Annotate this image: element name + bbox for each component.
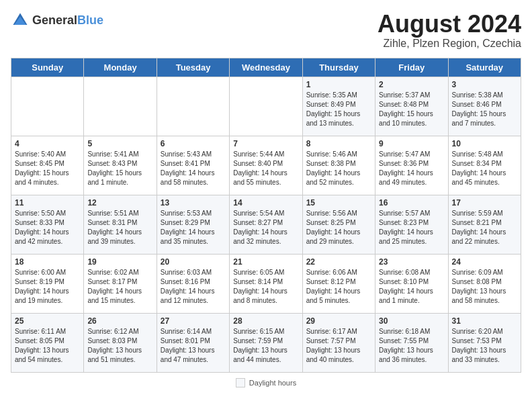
calendar-week-row: 18Sunrise: 6:00 AMSunset: 8:19 PMDayligh… bbox=[11, 254, 521, 313]
day-number: 17 bbox=[452, 198, 517, 208]
day-number: 23 bbox=[379, 257, 444, 267]
day-number: 24 bbox=[452, 257, 517, 267]
day-info: Sunrise: 6:02 AMSunset: 8:17 PMDaylight:… bbox=[87, 268, 152, 306]
day-number: 15 bbox=[306, 198, 371, 208]
day-number: 9 bbox=[379, 139, 444, 148]
calendar-cell: 3Sunrise: 5:38 AMSunset: 8:46 PMDaylight… bbox=[448, 77, 521, 136]
day-number: 8 bbox=[306, 139, 371, 148]
day-info: Sunrise: 6:12 AMSunset: 8:03 PMDaylight:… bbox=[87, 327, 152, 365]
day-number: 4 bbox=[15, 139, 80, 148]
day-number: 5 bbox=[87, 139, 152, 148]
day-info: Sunrise: 6:08 AMSunset: 8:10 PMDaylight:… bbox=[379, 268, 444, 306]
day-number: 30 bbox=[379, 316, 444, 326]
calendar-cell: 23Sunrise: 6:08 AMSunset: 8:10 PMDayligh… bbox=[375, 254, 448, 313]
calendar-cell: 6Sunrise: 5:43 AMSunset: 8:41 PMDaylight… bbox=[157, 136, 229, 195]
daylight-legend-label: Daylight hours bbox=[249, 379, 296, 387]
calendar-cell bbox=[11, 77, 84, 136]
calendar-cell: 14Sunrise: 5:54 AMSunset: 8:27 PMDayligh… bbox=[230, 195, 302, 254]
day-number: 10 bbox=[452, 139, 517, 148]
day-info: Sunrise: 6:06 AMSunset: 8:12 PMDaylight:… bbox=[306, 268, 371, 306]
daylight-legend: Daylight hours bbox=[236, 378, 296, 387]
day-info: Sunrise: 6:14 AMSunset: 8:01 PMDaylight:… bbox=[161, 327, 226, 365]
day-number: 31 bbox=[452, 316, 517, 326]
day-info: Sunrise: 6:11 AMSunset: 8:05 PMDaylight:… bbox=[15, 327, 80, 365]
calendar-cell: 22Sunrise: 6:06 AMSunset: 8:12 PMDayligh… bbox=[302, 254, 375, 313]
calendar-day-header: Monday bbox=[84, 58, 157, 77]
day-number: 18 bbox=[15, 257, 80, 267]
day-info: Sunrise: 5:48 AMSunset: 8:34 PMDaylight:… bbox=[452, 150, 517, 187]
page-header: GeneralBlue August 2024 Zihle, Plzen Reg… bbox=[11, 11, 521, 50]
calendar-cell bbox=[157, 77, 229, 136]
month-year-title: August 2024 bbox=[378, 11, 521, 38]
calendar-cell: 7Sunrise: 5:44 AMSunset: 8:40 PMDaylight… bbox=[230, 136, 302, 195]
day-info: Sunrise: 5:35 AMSunset: 8:49 PMDaylight:… bbox=[306, 91, 371, 128]
daylight-legend-box bbox=[236, 378, 245, 387]
day-number: 1 bbox=[306, 80, 371, 89]
logo: GeneralBlue bbox=[11, 11, 103, 30]
title-block: August 2024 Zihle, Plzen Region, Czechia bbox=[378, 11, 521, 50]
calendar-cell: 19Sunrise: 6:02 AMSunset: 8:17 PMDayligh… bbox=[84, 254, 157, 313]
day-info: Sunrise: 6:00 AMSunset: 8:19 PMDaylight:… bbox=[15, 268, 80, 306]
calendar-week-row: 11Sunrise: 5:50 AMSunset: 8:33 PMDayligh… bbox=[11, 195, 521, 254]
calendar-week-row: 25Sunrise: 6:11 AMSunset: 8:05 PMDayligh… bbox=[11, 313, 521, 372]
day-info: Sunrise: 5:53 AMSunset: 8:29 PMDaylight:… bbox=[161, 209, 226, 246]
day-number: 27 bbox=[161, 316, 226, 326]
day-number: 11 bbox=[15, 198, 80, 208]
calendar-table: SundayMondayTuesdayWednesdayThursdayFrid… bbox=[11, 58, 521, 373]
calendar-cell: 28Sunrise: 6:15 AMSunset: 7:59 PMDayligh… bbox=[230, 313, 302, 372]
day-info: Sunrise: 5:56 AMSunset: 8:25 PMDaylight:… bbox=[306, 209, 371, 246]
day-info: Sunrise: 6:09 AMSunset: 8:08 PMDaylight:… bbox=[452, 268, 517, 306]
day-info: Sunrise: 5:43 AMSunset: 8:41 PMDaylight:… bbox=[161, 150, 226, 187]
day-info: Sunrise: 6:03 AMSunset: 8:16 PMDaylight:… bbox=[161, 268, 226, 306]
day-number: 16 bbox=[379, 198, 444, 208]
day-number: 26 bbox=[87, 316, 152, 326]
day-info: Sunrise: 5:46 AMSunset: 8:38 PMDaylight:… bbox=[306, 150, 371, 187]
day-info: Sunrise: 5:54 AMSunset: 8:27 PMDaylight:… bbox=[233, 209, 298, 246]
logo-icon bbox=[11, 11, 30, 30]
calendar-cell: 5Sunrise: 5:41 AMSunset: 8:43 PMDaylight… bbox=[84, 136, 157, 195]
calendar-body: 1Sunrise: 5:35 AMSunset: 8:49 PMDaylight… bbox=[11, 77, 521, 372]
day-info: Sunrise: 5:50 AMSunset: 8:33 PMDaylight:… bbox=[15, 209, 80, 246]
calendar-day-header: Thursday bbox=[302, 58, 375, 77]
calendar-cell: 25Sunrise: 6:11 AMSunset: 8:05 PMDayligh… bbox=[11, 313, 84, 372]
calendar-footer: Daylight hours bbox=[11, 378, 521, 387]
day-info: Sunrise: 6:18 AMSunset: 7:55 PMDaylight:… bbox=[379, 327, 444, 365]
calendar-cell: 29Sunrise: 6:17 AMSunset: 7:57 PMDayligh… bbox=[302, 313, 375, 372]
calendar-day-header: Wednesday bbox=[230, 58, 302, 77]
calendar-cell: 1Sunrise: 5:35 AMSunset: 8:49 PMDaylight… bbox=[302, 77, 375, 136]
day-number: 13 bbox=[161, 198, 226, 208]
calendar-cell: 4Sunrise: 5:40 AMSunset: 8:45 PMDaylight… bbox=[11, 136, 84, 195]
day-number: 3 bbox=[452, 80, 517, 89]
day-number: 6 bbox=[161, 139, 226, 148]
calendar-cell: 26Sunrise: 6:12 AMSunset: 8:03 PMDayligh… bbox=[84, 313, 157, 372]
day-info: Sunrise: 5:40 AMSunset: 8:45 PMDaylight:… bbox=[15, 150, 80, 187]
calendar-week-row: 1Sunrise: 5:35 AMSunset: 8:49 PMDaylight… bbox=[11, 77, 521, 136]
calendar-cell: 12Sunrise: 5:51 AMSunset: 8:31 PMDayligh… bbox=[84, 195, 157, 254]
calendar-day-header: Friday bbox=[375, 58, 448, 77]
day-number: 7 bbox=[233, 139, 298, 148]
calendar-cell: 21Sunrise: 6:05 AMSunset: 8:14 PMDayligh… bbox=[230, 254, 302, 313]
day-number: 20 bbox=[161, 257, 226, 267]
day-number: 2 bbox=[379, 80, 444, 89]
day-number: 14 bbox=[233, 198, 298, 208]
day-number: 12 bbox=[87, 198, 152, 208]
day-info: Sunrise: 5:44 AMSunset: 8:40 PMDaylight:… bbox=[233, 150, 298, 187]
calendar-cell: 15Sunrise: 5:56 AMSunset: 8:25 PMDayligh… bbox=[302, 195, 375, 254]
calendar-cell: 11Sunrise: 5:50 AMSunset: 8:33 PMDayligh… bbox=[11, 195, 84, 254]
calendar-cell bbox=[84, 77, 157, 136]
day-info: Sunrise: 5:51 AMSunset: 8:31 PMDaylight:… bbox=[87, 209, 152, 246]
logo-blue: Blue bbox=[77, 13, 103, 27]
calendar-cell: 8Sunrise: 5:46 AMSunset: 8:38 PMDaylight… bbox=[302, 136, 375, 195]
day-info: Sunrise: 5:41 AMSunset: 8:43 PMDaylight:… bbox=[87, 150, 152, 187]
day-info: Sunrise: 5:59 AMSunset: 8:21 PMDaylight:… bbox=[452, 209, 517, 246]
day-info: Sunrise: 5:57 AMSunset: 8:23 PMDaylight:… bbox=[379, 209, 444, 246]
calendar-cell: 30Sunrise: 6:18 AMSunset: 7:55 PMDayligh… bbox=[375, 313, 448, 372]
day-info: Sunrise: 5:47 AMSunset: 8:36 PMDaylight:… bbox=[379, 150, 444, 187]
calendar-cell: 16Sunrise: 5:57 AMSunset: 8:23 PMDayligh… bbox=[375, 195, 448, 254]
day-info: Sunrise: 6:17 AMSunset: 7:57 PMDaylight:… bbox=[306, 327, 371, 365]
calendar-cell: 31Sunrise: 6:20 AMSunset: 7:53 PMDayligh… bbox=[448, 313, 521, 372]
logo-general: General bbox=[32, 13, 77, 27]
day-number: 28 bbox=[233, 316, 298, 326]
day-info: Sunrise: 6:20 AMSunset: 7:53 PMDaylight:… bbox=[452, 327, 517, 365]
day-number: 21 bbox=[233, 257, 298, 267]
